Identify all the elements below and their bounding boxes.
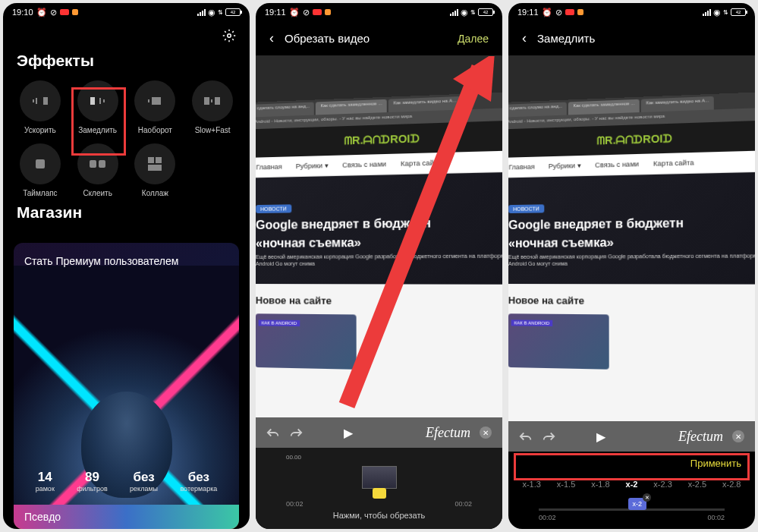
dnd-icon: ⊘	[555, 8, 562, 17]
brand-watermark: Efectum	[426, 425, 470, 441]
play-button[interactable]: ▶	[596, 430, 605, 444]
screen-effects: 19:10 ⏰ ⊘ ◉ ⇅ 42 Эффекты Ускорить Замедл…	[3, 3, 250, 529]
svg-rect-15	[148, 157, 154, 163]
alarm-icon: ⏰	[542, 8, 552, 17]
nav-item: Карта сайта	[653, 159, 694, 168]
premium-stats: 14рамок 89фильтров безрекламы безвотерма…	[24, 470, 228, 493]
highlight-annotation	[514, 453, 750, 480]
speedup-icon	[33, 96, 48, 106]
time-tick: 00.00	[286, 454, 301, 461]
preview-controls: ▶ Efectum ✕	[256, 417, 502, 448]
svg-rect-9	[204, 97, 209, 105]
next-button[interactable]: Далее	[458, 33, 489, 45]
article-thumb: КАК В ANDROID	[508, 313, 609, 370]
nav-item: Карта сайта	[401, 159, 442, 168]
dnd-icon: ⊘	[50, 8, 57, 17]
app-icon	[325, 9, 331, 15]
timeline-strip[interactable]	[286, 464, 472, 491]
highlight-annotation	[71, 87, 126, 156]
effect-slowfast[interactable]: Slow+Fast	[186, 80, 239, 134]
top-nav: ‹ Обрезать видео Далее	[256, 21, 502, 55]
battery-icon: 42	[225, 8, 241, 16]
article-thumb: КАК В ANDROID	[256, 313, 357, 370]
slowfast-icon	[204, 96, 221, 106]
page-title: Замедлить	[537, 32, 741, 45]
remove-speed-icon[interactable]: ✕	[643, 493, 651, 502]
speed-option[interactable]: x-1.5	[557, 480, 575, 489]
stat-frames: 14рамок	[36, 470, 55, 493]
preview-controls: ▶ Efectum ✕	[508, 421, 755, 452]
svg-rect-3	[43, 97, 48, 105]
svg-rect-2	[36, 98, 37, 104]
close-watermark-button[interactable]: ✕	[480, 427, 492, 439]
hero-title: Google внедряет в бюджетн	[508, 215, 755, 232]
close-watermark-button[interactable]: ✕	[732, 430, 744, 442]
signal-icon	[703, 9, 711, 16]
effect-collage[interactable]: Коллаж	[129, 143, 182, 197]
nav-item: Рубрики ▾	[296, 162, 329, 170]
clock: 19:11	[265, 8, 286, 17]
undo-icon[interactable]	[519, 430, 533, 442]
preview-content: Как сделать слоумо на анд... Как сделать…	[256, 91, 502, 448]
section-heading: Новое на сайте	[256, 284, 502, 313]
effect-speedup[interactable]: Ускорить	[14, 80, 67, 134]
youtube-icon	[60, 9, 69, 15]
nav-item: Главная	[256, 163, 281, 172]
speed-option[interactable]: x-2.5	[688, 480, 706, 489]
top-nav: ‹ Замедлить	[508, 21, 755, 55]
nav-item: Связь с нами	[595, 160, 639, 169]
app-icon	[577, 9, 583, 15]
timeline: 00.00 00:02 00:02 Нажми, чтобы обрезать	[256, 448, 502, 529]
speed-option[interactable]: x-2.3	[653, 480, 672, 489]
redo-icon[interactable]	[542, 430, 555, 442]
collage-icon	[148, 157, 162, 171]
browser-tab: Как сделать замедленное ...	[316, 99, 387, 115]
effect-timelapse[interactable]: Таймлапс	[14, 143, 67, 197]
back-button[interactable]: ‹	[522, 30, 527, 46]
settings-icon[interactable]	[222, 29, 236, 42]
screen-trim: 19:11 ⏰ ⊘ ◉ ⇅ 42 ‹ Обрезать видео Далее …	[256, 3, 502, 529]
site-logo: ᗰR.ᗩᑎᗪROIᗪ	[597, 132, 672, 146]
play-button[interactable]: ▶	[344, 426, 353, 440]
playhead-marker[interactable]	[373, 488, 386, 499]
svg-rect-10	[211, 99, 212, 102]
timeline-track[interactable]: x-2 ✕	[539, 508, 725, 511]
svg-rect-8	[152, 97, 161, 105]
undo-icon[interactable]	[266, 427, 280, 439]
svg-rect-12	[36, 159, 45, 168]
svg-rect-14	[99, 160, 105, 168]
speed-badge[interactable]: x-2 ✕	[628, 498, 647, 510]
screen-slowdown: 19:11 ⏰ ⊘ ◉ ⇅ 42 ‹ Замедлить Как сделать…	[508, 3, 755, 529]
stat-noads: безрекламы	[130, 470, 158, 493]
nav-item: Главная	[508, 163, 534, 172]
section-heading: Новое на сайте	[508, 284, 755, 313]
browser-tab: Как сделать слоумо на анд...	[508, 102, 567, 118]
timeline: x-2 ✕ 00:02 00:02	[508, 496, 755, 529]
speed-option[interactable]: x-1.3	[522, 480, 540, 489]
svg-rect-11	[215, 97, 220, 105]
speed-option[interactable]: x-1.8	[591, 480, 609, 489]
premium-card[interactable]: Стать Премиум пользователем 14рамок 89фи…	[14, 243, 239, 529]
battery-icon: 42	[478, 8, 493, 16]
pseudo-card[interactable]: Псевдо	[14, 505, 239, 529]
redo-icon[interactable]	[289, 427, 303, 439]
speed-option-active[interactable]: x-2	[626, 480, 638, 489]
alarm-icon: ⏰	[289, 8, 300, 17]
signal-icon	[450, 9, 458, 16]
speed-option[interactable]: x-2.8	[722, 480, 741, 489]
browser-tab: Как сделать слоумо на анд...	[256, 102, 314, 118]
hero-title: «ночная съемка»	[256, 235, 502, 250]
trim-hint: Нажми, чтобы обрезать	[256, 508, 502, 526]
stat-filters: 89фильтров	[77, 470, 108, 493]
time-end: 00:02	[707, 514, 725, 521]
svg-rect-17	[148, 165, 162, 171]
effects-grid: Ускорить Замедлить Наоборот Slow+Fast Та…	[3, 80, 250, 197]
effect-reverse[interactable]: Наоборот	[129, 80, 182, 134]
browser-tab: Как замедлить видео на А...	[641, 96, 714, 112]
clock: 19:10	[12, 8, 33, 17]
hero-badge: НОВОСТИ	[256, 204, 291, 213]
merge-icon	[90, 159, 106, 169]
preview-content: Как сделать слоумо на анд... Как сделать…	[508, 91, 755, 452]
back-button[interactable]: ‹	[269, 30, 274, 46]
wifi-icon: ◉	[208, 8, 215, 17]
